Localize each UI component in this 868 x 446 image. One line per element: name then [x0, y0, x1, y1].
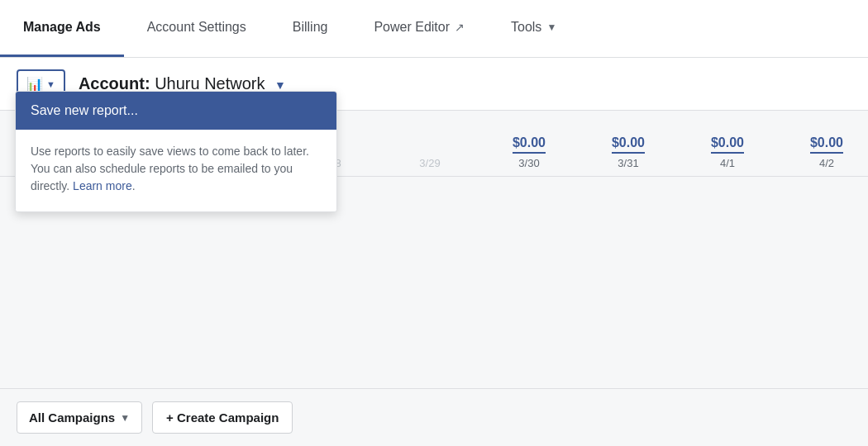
all-campaigns-button[interactable]: All Campaigns ▼	[17, 401, 142, 434]
account-name: Uhuru Network	[155, 74, 265, 93]
tab-tools-label: Tools	[511, 20, 541, 35]
chevron-down-icon: ▼	[546, 21, 556, 33]
date-amount-4-1: $0.00	[711, 135, 744, 154]
date-amount-4-2: $0.00	[810, 135, 843, 154]
date-amount-3-31: $0.00	[612, 135, 645, 154]
date-col-3-31: $0.00 3/31	[603, 135, 653, 169]
date-label-4-1: 4/1	[720, 157, 735, 169]
all-campaigns-arrow-icon: ▼	[120, 412, 130, 424]
save-new-report-label: Save new report...	[31, 103, 138, 117]
tab-billing-label: Billing	[293, 20, 328, 35]
create-campaign-label: + Create Campaign	[166, 410, 279, 425]
report-icon: 📊	[26, 76, 43, 92]
date-label-3-29: 3/29	[419, 157, 440, 169]
tab-account-settings[interactable]: Account Settings	[124, 0, 269, 57]
bottom-toolbar: All Campaigns ▼ + Create Campaign	[0, 388, 868, 446]
report-dropdown-menu: Save new report... Use reports to easily…	[15, 91, 337, 212]
date-col-3-29: 3/29	[405, 150, 455, 169]
account-dropdown-arrow[interactable]: ▼	[274, 78, 286, 92]
account-prefix: Account:	[79, 74, 150, 93]
date-label-3-30: 3/30	[518, 157, 539, 169]
date-col-4-2: $0.00 4/2	[802, 135, 851, 169]
create-campaign-button[interactable]: + Create Campaign	[152, 401, 293, 434]
tab-billing[interactable]: Billing	[269, 0, 351, 57]
date-col-4-1: $0.00 4/1	[703, 135, 752, 169]
date-amount-3-30: $0.00	[513, 135, 546, 154]
date-label-4-2: 4/2	[819, 157, 834, 169]
all-campaigns-label: All Campaigns	[29, 410, 115, 425]
period-text: .	[132, 179, 136, 192]
report-dropdown-arrow: ▼	[46, 79, 55, 89]
dropdown-description-text: Use reports to easily save views to come…	[16, 130, 336, 211]
save-new-report-item[interactable]: Save new report...	[16, 92, 336, 130]
date-label-3-31: 3/31	[618, 157, 638, 169]
tab-tools[interactable]: Tools ▼	[488, 0, 579, 57]
tab-account-settings-label: Account Settings	[147, 20, 246, 35]
tab-manage-ads[interactable]: Manage Ads	[0, 0, 124, 57]
learn-more-link[interactable]: Learn more	[73, 179, 132, 192]
tab-power-editor-label: Power Editor	[374, 20, 450, 35]
external-link-icon: ↗	[455, 21, 465, 34]
tab-power-editor[interactable]: Power Editor ↗	[351, 0, 488, 57]
top-navigation: Manage Ads Account Settings Billing Powe…	[0, 0, 868, 58]
date-col-3-30: $0.00 3/30	[504, 135, 554, 169]
tab-manage-ads-label: Manage Ads	[23, 20, 101, 35]
